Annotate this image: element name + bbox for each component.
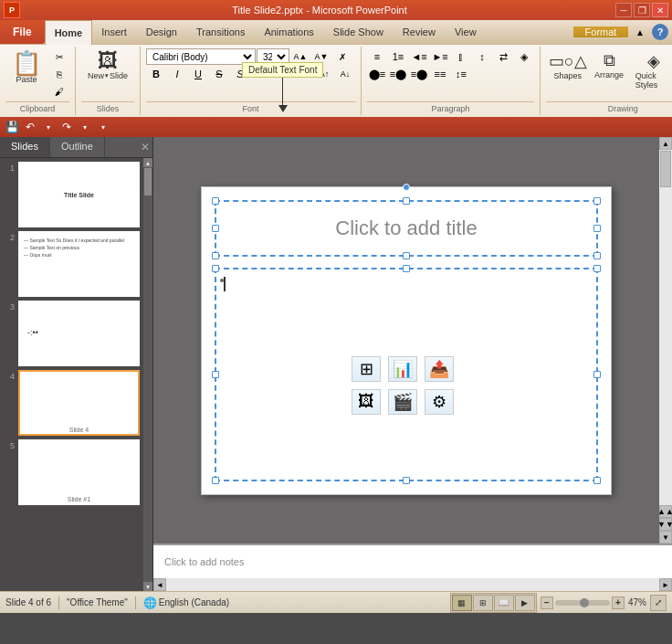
scroll-next-slide-button[interactable]: ▼▼ [659, 518, 672, 531]
slide-canvas-container[interactable]: Click to add title ⊞ 📊 📤 🖼 [153, 137, 659, 544]
insert-chart-icon[interactable]: 📊 [388, 356, 417, 382]
content-handle-ml[interactable] [212, 371, 219, 378]
scroll-left-button[interactable]: ◄ [153, 578, 166, 591]
quick-styles-button[interactable]: ◈ Quick Styles [629, 48, 672, 92]
scroll-down-button[interactable]: ▼ [659, 531, 672, 544]
tab-insert[interactable]: Insert [92, 20, 137, 44]
scroll-right-button[interactable]: ► [659, 578, 672, 591]
slide-content-placeholder[interactable]: ⊞ 📊 📤 🖼 🎬 ⚙ [215, 268, 598, 481]
slide-scroll-thumb[interactable] [144, 168, 152, 195]
rotation-handle[interactable] [403, 184, 410, 191]
convert-smartart-button[interactable]: ◈ [514, 48, 534, 65]
handle-bl[interactable] [212, 252, 219, 259]
outline-tab[interactable]: Outline [50, 137, 105, 157]
tab-view[interactable]: View [446, 20, 487, 44]
copy-button[interactable]: ⎘ [49, 66, 69, 82]
tab-design[interactable]: Design [137, 20, 187, 44]
paste-button[interactable]: 📋 Paste [5, 48, 47, 87]
insert-smartart-icon[interactable]: 📤 [425, 356, 454, 382]
format-painter-button[interactable]: 🖌 [49, 83, 69, 100]
slide-scroll-down[interactable]: ▼ [143, 582, 152, 591]
align-text-button[interactable]: ⇄ [493, 48, 513, 65]
increase-indent-button[interactable]: ►≡ [430, 48, 450, 65]
normal-view-button[interactable]: ▦ [452, 595, 472, 611]
qat-undo-button[interactable]: ↶ [22, 119, 38, 135]
qat-redo-dropdown[interactable]: ▾ [77, 119, 93, 135]
slide-scroll-up[interactable]: ▲ [143, 158, 152, 167]
underline-button[interactable]: U [188, 66, 208, 82]
handle-bc[interactable] [403, 252, 410, 259]
minimize-button[interactable]: ─ [615, 3, 632, 17]
align-left-button[interactable]: ⬤≡ [367, 66, 387, 82]
slide-canvas[interactable]: Click to add title ⊞ 📊 📤 🖼 [201, 186, 612, 495]
content-handle-tr[interactable] [593, 265, 601, 272]
slide-sorter-button[interactable]: ⊞ [473, 595, 493, 611]
qat-more-button[interactable]: ▾ [95, 119, 111, 135]
strikethrough-button[interactable]: S [209, 66, 229, 82]
scroll-thumb[interactable] [660, 151, 671, 187]
scroll-up-button[interactable]: ▲ [659, 137, 672, 150]
line-spacing-button[interactable]: ↕≡ [451, 66, 471, 82]
restore-button[interactable]: ❐ [634, 3, 650, 17]
scroll-prev-slide-button[interactable]: ▲▲ [659, 505, 672, 518]
qat-redo-button[interactable]: ↷ [58, 119, 75, 135]
slide-item-5[interactable]: 5 Slide #1 [4, 439, 140, 505]
zoom-out-button[interactable]: − [541, 596, 553, 609]
fit-window-button[interactable]: ⤢ [650, 595, 667, 611]
slide-item-3[interactable]: 3 -:•• [4, 301, 140, 366]
reading-view-button[interactable]: 📖 [494, 595, 514, 611]
clear-formatting-button[interactable]: ✗ [332, 48, 352, 65]
slide-item-4[interactable]: 4 Slide 4 [4, 370, 140, 436]
cut-button[interactable]: ✂ [49, 48, 69, 65]
columns-button[interactable]: ⫿ [451, 48, 471, 65]
new-slide-button[interactable]: 🖼 New▾Slide [81, 48, 134, 83]
zoom-slider-thumb[interactable] [580, 598, 589, 607]
slides-tab[interactable]: Slides [0, 137, 50, 157]
slide-thumb-3[interactable]: -:•• [18, 301, 140, 366]
numbering-button[interactable]: 1≡ [388, 48, 408, 65]
content-handle-bc[interactable] [403, 477, 410, 484]
notes-area[interactable]: Click to add notes [153, 544, 672, 578]
content-handle-tl[interactable] [212, 265, 219, 272]
center-button[interactable]: ≡⬤ [388, 66, 408, 82]
zoom-slider[interactable] [555, 600, 610, 606]
font-size-decrease2-button[interactable]: A↓ [335, 66, 355, 82]
arrange-button[interactable]: ⧉ Arrange [591, 48, 626, 82]
panel-close-button[interactable]: ✕ [138, 137, 152, 157]
tab-format[interactable]: Format [573, 26, 628, 37]
qat-undo-dropdown[interactable]: ▾ [40, 119, 57, 135]
insert-clip-icon[interactable]: 🎬 [388, 389, 417, 415]
decrease-indent-button[interactable]: ◄≡ [409, 48, 429, 65]
slide-item-2[interactable]: 2 — Sample Text So Does it I expected an… [4, 231, 140, 297]
tab-slideshow[interactable]: Slide Show [324, 20, 394, 44]
tab-review[interactable]: Review [394, 20, 446, 44]
insert-media-icon[interactable]: ⚙ [425, 389, 454, 415]
shapes-button[interactable]: ▭○△ Shapes [546, 48, 589, 83]
tab-transitions[interactable]: Transitions [187, 20, 255, 44]
help-button[interactable]: ? [652, 24, 668, 40]
file-tab[interactable]: File [0, 20, 45, 44]
text-direction-button[interactable]: ↕ [472, 48, 492, 65]
tab-home[interactable]: Home [45, 20, 93, 45]
content-handle-br[interactable] [593, 477, 601, 484]
italic-button[interactable]: I [167, 66, 187, 82]
bold-button[interactable]: B [146, 66, 166, 82]
insert-table-icon[interactable]: ⊞ [352, 356, 381, 382]
insert-picture-icon[interactable]: 🖼 [352, 389, 381, 415]
handle-tl[interactable] [212, 197, 219, 205]
align-right-button[interactable]: ≡⬤ [409, 66, 429, 82]
content-handle-mr[interactable] [593, 371, 601, 378]
handle-ml[interactable] [212, 225, 219, 232]
slide-thumb-2[interactable]: — Sample Text So Does it I expected and … [18, 231, 140, 297]
slide-item-1[interactable]: 1 Title Slide [4, 162, 140, 227]
handle-br[interactable] [593, 252, 601, 259]
slideshow-button[interactable]: ▶ [515, 595, 535, 611]
font-name-select[interactable]: Calibri (Body) [146, 48, 256, 65]
slide-title-placeholder[interactable]: Click to add title [215, 200, 598, 257]
slide-thumb-4[interactable]: Slide 4 [18, 370, 140, 436]
ribbon-collapse-button[interactable]: ▲ [630, 24, 650, 40]
slide-thumb-1[interactable]: Title Slide [18, 162, 140, 227]
qat-save-button[interactable]: 💾 [4, 119, 20, 135]
slide-thumb-5[interactable]: Slide #1 [18, 439, 140, 505]
handle-tr[interactable] [593, 197, 601, 205]
